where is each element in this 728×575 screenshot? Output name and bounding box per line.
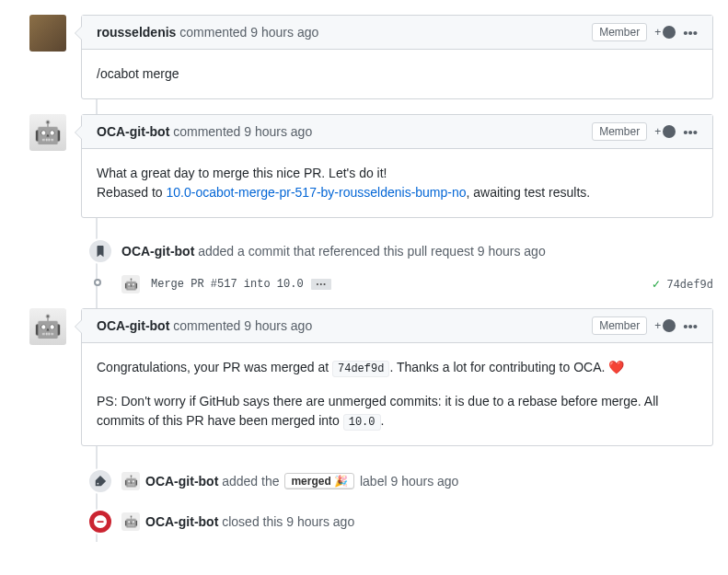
- event-post: label: [360, 474, 387, 489]
- closed-icon: [87, 509, 113, 535]
- author-link[interactable]: OCA-git-bot: [145, 514, 218, 529]
- comment-header: OCA-git-bot commented 9 hours ago Member…: [82, 115, 712, 149]
- timeline-event-closed: OCA-git-bot closed this 9 hours ago: [81, 501, 713, 542]
- comment-box: OCA-git-bot commented 9 hours ago Member…: [81, 308, 713, 446]
- add-reaction-button[interactable]: +: [654, 319, 676, 332]
- tag-icon: [87, 468, 113, 494]
- author-link[interactable]: OCA-git-bot: [145, 474, 218, 489]
- timeline: rousseldenis commented 9 hours ago Membe…: [15, 15, 713, 542]
- timeline-event-reference: OCA-git-bot added a commit that referenc…: [81, 233, 713, 270]
- author-link[interactable]: OCA-git-bot: [97, 124, 169, 139]
- comment-header: rousseldenis commented 9 hours ago Membe…: [82, 16, 712, 50]
- comment-body: /ocabot merge: [82, 50, 712, 98]
- event-pre: added the: [222, 474, 279, 489]
- avatar-small[interactable]: [121, 472, 140, 490]
- author-link[interactable]: OCA-git-bot: [97, 318, 169, 333]
- label-badge[interactable]: merged 🎉: [284, 473, 354, 489]
- avatar-small[interactable]: [121, 512, 140, 531]
- timestamp-link[interactable]: 9 hours ago: [390, 474, 458, 489]
- comment-text: PS: Don't worry if GitHub says there are…: [97, 392, 698, 431]
- timestamp-link[interactable]: 9 hours ago: [250, 25, 318, 40]
- timestamp-link[interactable]: 9 hours ago: [478, 244, 546, 259]
- comment-text: /ocabot merge: [97, 64, 698, 84]
- comment: OCA-git-bot commented 9 hours ago Member…: [81, 308, 713, 446]
- comment-box: OCA-git-bot commented 9 hours ago Member…: [81, 114, 713, 218]
- author-link[interactable]: rousseldenis: [97, 25, 176, 40]
- heart-icon: ❤️: [608, 360, 624, 374]
- commit-row: Merge PR #517 into 10.0 … ✓ 74def9d: [81, 270, 713, 308]
- comment-body: What a great day to merge this nice PR. …: [82, 149, 712, 217]
- branch-code: 10.0: [343, 414, 381, 431]
- branch-link[interactable]: 10.0-ocabot-merge-pr-517-by-rousseldenis…: [167, 185, 467, 200]
- avatar-small[interactable]: [121, 275, 140, 293]
- timestamp-link[interactable]: 9 hours ago: [244, 124, 312, 139]
- commit-sha-code[interactable]: 74def9d: [332, 361, 389, 377]
- event-action: closed this: [222, 514, 283, 529]
- comment-text: What a great day to merge this nice PR. …: [97, 164, 698, 202]
- comment-action: commented: [173, 318, 240, 333]
- commit-sha-link[interactable]: 74def9d: [666, 278, 713, 291]
- timestamp-link[interactable]: 9 hours ago: [286, 514, 354, 529]
- comment-action: commented: [173, 124, 240, 139]
- add-reaction-button[interactable]: +: [654, 26, 676, 39]
- add-reaction-button[interactable]: +: [654, 125, 676, 138]
- kebab-menu-icon[interactable]: •••: [683, 318, 698, 334]
- commit-dot-icon: [94, 279, 101, 286]
- comment: OCA-git-bot commented 9 hours ago Member…: [81, 114, 713, 218]
- comment: rousseldenis commented 9 hours ago Membe…: [81, 15, 713, 99]
- event-action: added a commit that referenced this pull…: [198, 244, 474, 259]
- check-icon[interactable]: ✓: [652, 278, 661, 291]
- comment-action: commented: [179, 25, 247, 40]
- timestamp-link[interactable]: 9 hours ago: [244, 318, 312, 333]
- comment-body: Congratulations, your PR was merged at 7…: [82, 343, 712, 445]
- role-badge: Member: [592, 122, 647, 141]
- comment-text: Congratulations, your PR was merged at 7…: [97, 358, 698, 377]
- comment-box: rousseldenis commented 9 hours ago Membe…: [81, 15, 713, 99]
- role-badge: Member: [592, 23, 647, 41]
- expand-commit-button[interactable]: …: [311, 279, 331, 290]
- commit-message[interactable]: Merge PR #517 into 10.0: [151, 278, 304, 291]
- role-badge: Member: [592, 316, 647, 335]
- avatar[interactable]: [29, 308, 66, 345]
- comment-header: OCA-git-bot commented 9 hours ago Member…: [82, 309, 712, 343]
- kebab-menu-icon[interactable]: •••: [683, 25, 698, 40]
- avatar[interactable]: [29, 15, 66, 52]
- author-link[interactable]: OCA-git-bot: [121, 244, 194, 259]
- timeline-event-label: OCA-git-bot added the merged 🎉 label 9 h…: [81, 461, 713, 501]
- bookmark-icon: [87, 238, 113, 264]
- avatar[interactable]: [29, 114, 66, 151]
- kebab-menu-icon[interactable]: •••: [683, 124, 698, 140]
